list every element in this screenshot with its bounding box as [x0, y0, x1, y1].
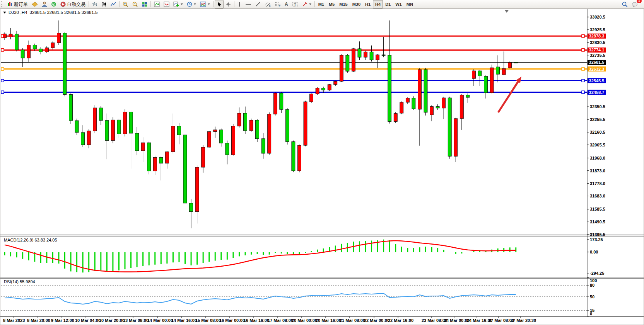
template-button[interactable] — [198, 0, 212, 9]
candle — [81, 133, 85, 145]
chart-window[interactable]: 33020.532925.532830.532735.532448.032350… — [0, 9, 644, 325]
zoom-in-button[interactable] — [121, 0, 130, 9]
candle — [135, 133, 139, 151]
time-tick-label: 8 Mar 2023 — [3, 318, 25, 323]
chart-dropdown-icon[interactable] — [3, 12, 6, 14]
price-tag: 32878.3 — [589, 34, 605, 38]
notifications-button[interactable]: 1 — [630, 0, 640, 9]
autotrading-icon — [60, 2, 66, 7]
new-indicator-window-button[interactable] — [152, 0, 162, 9]
candle — [87, 131, 91, 145]
crosshair-tool-button[interactable] — [224, 0, 233, 9]
candle — [99, 108, 102, 121]
profile-button[interactable] — [40, 0, 49, 9]
equidistant-channel-tool-button[interactable]: E — [263, 0, 273, 9]
line-handle[interactable] — [582, 79, 584, 82]
main-toolbar: 新订单 自动交易 — [0, 0, 644, 9]
bar-chart-button[interactable] — [90, 0, 99, 9]
candle — [454, 119, 458, 157]
autotrading-button[interactable]: 自动交易 — [58, 0, 87, 9]
line-handle[interactable] — [582, 35, 584, 37]
timeframe-button-mn[interactable]: MN — [404, 0, 415, 9]
line-handle[interactable] — [1, 49, 4, 51]
notification-badge: 1 — [637, 0, 642, 3]
horizontal-line-tool-button[interactable] — [243, 0, 253, 9]
line-handle[interactable] — [1, 79, 4, 82]
macd-tick-label: -294.25 — [590, 271, 604, 276]
text-tool-button[interactable]: A — [283, 0, 290, 9]
candlestick-chart-button[interactable] — [99, 0, 109, 9]
line-handle[interactable] — [582, 91, 584, 94]
timeframe-button-h4[interactable]: H4 — [373, 0, 383, 9]
template-caret[interactable] — [208, 3, 210, 5]
timeframe-button-m1[interactable]: M1 — [316, 0, 326, 9]
vertical-line-tool-button[interactable] — [236, 0, 243, 9]
chart-canvas[interactable]: 33020.532925.532830.532735.532448.032350… — [0, 9, 644, 325]
candle — [33, 45, 36, 49]
signal-button[interactable] — [49, 0, 58, 9]
line-handle[interactable] — [1, 68, 4, 70]
timeframe-button-m5[interactable]: M5 — [326, 0, 337, 9]
price-tick-label: 32925.5 — [590, 27, 605, 32]
toolbar-separator — [119, 1, 120, 7]
trendline-tool-button[interactable] — [253, 0, 263, 9]
period-caret[interactable] — [194, 3, 196, 5]
timeframe-button-d1[interactable]: D1 — [383, 0, 393, 9]
price-tick-label: 31778.0 — [590, 181, 605, 186]
candle — [202, 147, 205, 167]
timeframe-button-m15[interactable]: M15 — [337, 0, 350, 9]
candlestick-chart-icon — [101, 2, 107, 7]
svg-text:E: E — [269, 4, 271, 7]
rsi-tick-label: 80 — [590, 283, 594, 288]
arrows-tool-button[interactable] — [300, 0, 313, 9]
candle — [268, 114, 271, 153]
candle — [63, 33, 67, 95]
arrows-tool-caret[interactable] — [309, 3, 311, 5]
new-order-button[interactable]: 新订单 — [5, 0, 30, 9]
macd-label: MACD(12,26,9) 63.83 24.05 — [4, 238, 57, 242]
candle — [382, 55, 385, 56]
toolbar-grip[interactable] — [1, 1, 4, 7]
line-handle[interactable] — [582, 68, 584, 70]
toolbar-separator — [314, 1, 315, 7]
price-tag: 32458.7 — [589, 90, 605, 95]
cursor-tool-button[interactable] — [215, 0, 224, 9]
text-label-tool-button[interactable]: T — [290, 0, 300, 9]
rsi-label: RSI(14) 55.9894 — [4, 279, 35, 284]
line-chart-button[interactable] — [109, 0, 118, 9]
add-indicator-caret[interactable] — [181, 3, 183, 5]
fibonacci-tool-button[interactable]: F — [273, 0, 283, 9]
line-handle[interactable] — [1, 91, 4, 94]
candle — [123, 112, 127, 134]
price-tick-label: 31873.0 — [590, 168, 605, 173]
add-indicator-button[interactable] — [171, 0, 185, 9]
charts-stack-button[interactable] — [30, 0, 40, 9]
chart-ohlc-values: 32681.5 32681.5 32681.5 32681.5 — [30, 10, 98, 15]
text-label-icon: T — [292, 2, 298, 7]
time-axis[interactable]: 8 Mar 20238 Mar 20:009 Mar 12:0010 Mar 0… — [3, 316, 536, 323]
macd-panel — [5, 240, 516, 273]
rsi-panel — [1, 285, 587, 310]
timeframe-button-h1[interactable]: H1 — [363, 0, 373, 9]
timeframe-button-w1[interactable]: W1 — [393, 0, 404, 9]
candle — [466, 95, 470, 97]
candle — [51, 43, 55, 48]
candle — [484, 76, 488, 93]
zoom-out-button[interactable] — [130, 0, 140, 9]
candle — [256, 120, 259, 139]
remove-indicator-window-button[interactable] — [162, 0, 171, 9]
shift-marker-icon[interactable] — [505, 10, 509, 13]
new-order-label: 新订单 — [14, 1, 28, 8]
chart-title: DJ30-,H4 32681.5 32681.5 32681.5 32681.5 — [3, 10, 97, 15]
price-tick-label: 32350.5 — [590, 104, 605, 109]
trend-arrow[interactable] — [498, 82, 518, 112]
time-tick-label: 10 Mar 04:00 — [75, 318, 101, 323]
tile-windows-button[interactable] — [140, 0, 149, 9]
candle — [147, 143, 151, 171]
time-tick-label: 14 Mar 16:00 — [171, 318, 197, 323]
period-button[interactable] — [185, 0, 198, 9]
search-button[interactable] — [620, 0, 630, 9]
crosshair-icon — [225, 2, 231, 7]
line-handle[interactable] — [582, 49, 584, 51]
timeframe-button-m30[interactable]: M30 — [350, 0, 363, 9]
